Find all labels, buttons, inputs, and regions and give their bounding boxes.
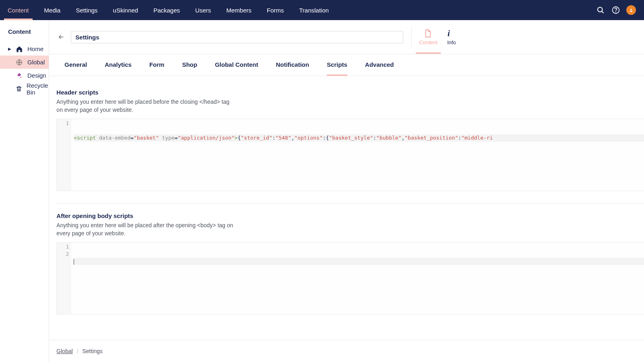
topnav-uskinned[interactable]: uSkinned	[105, 0, 146, 20]
topnav-translation[interactable]: Translation	[291, 0, 336, 20]
topnav-forms[interactable]: Forms	[259, 0, 292, 20]
home-icon	[16, 45, 23, 53]
header-scripts-editor[interactable]: 1 <script data-embed="basket" type="appl…	[56, 119, 644, 191]
property-tabs: General Analytics Form Shop Global Conte…	[49, 54, 644, 76]
user-avatar[interactable]	[626, 5, 636, 15]
code-content[interactable]	[71, 243, 644, 314]
palette-icon	[16, 72, 23, 79]
caret-icon[interactable]: ▶	[8, 47, 11, 51]
tree-label: Home	[27, 45, 43, 52]
help-icon[interactable]	[611, 5, 621, 15]
tab-analytics[interactable]: Analytics	[96, 54, 140, 76]
trash-icon	[16, 85, 22, 93]
line-gutter: 12	[57, 243, 71, 314]
topnav-content[interactable]: Content	[0, 0, 37, 20]
code-content[interactable]: <script data-embed="basket" type="applic…	[71, 119, 644, 191]
tab-general[interactable]: General	[56, 54, 96, 76]
top-navigation: Content Media Settings uSkinned Packages…	[0, 0, 644, 20]
content-area: Content i Info Actions General Analytics…	[49, 20, 644, 362]
back-button[interactable]	[56, 32, 66, 42]
topnav-packages[interactable]: Packages	[146, 0, 188, 20]
app-tab-label: Content	[419, 39, 438, 45]
tree-item-global[interactable]: ▶ Global	[0, 56, 49, 69]
tab-global-content[interactable]: Global Content	[206, 54, 267, 76]
field-description: Anything you enter here will be placed b…	[56, 98, 233, 114]
topnav-members[interactable]: Members	[219, 0, 259, 20]
field-description: Anything you enter here will be placed a…	[56, 222, 233, 237]
svg-point-0	[598, 7, 603, 12]
svg-point-3	[616, 12, 616, 12]
svg-point-4	[630, 9, 632, 10]
topnav-settings[interactable]: Settings	[68, 0, 105, 20]
tab-shop[interactable]: Shop	[173, 54, 206, 76]
sidebar: Content ▶ Home ▶ Global ▶	[0, 20, 49, 362]
breadcrumb: Global / Settings	[56, 348, 103, 354]
app-tab-label: Info	[447, 39, 456, 45]
app-tab-info[interactable]: i Info	[442, 26, 461, 48]
document-icon	[424, 29, 432, 38]
tree-item-home[interactable]: ▶ Home	[0, 42, 49, 56]
tree-label: Recycle Bin	[27, 82, 49, 96]
tree-item-recycle-bin[interactable]: ▶ Recycle Bin	[0, 82, 49, 95]
svg-point-6	[21, 76, 22, 78]
top-nav-tabs: Content Media Settings uSkinned Packages…	[0, 0, 596, 20]
topnav-users[interactable]: Users	[188, 0, 219, 20]
topnav-media[interactable]: Media	[37, 0, 68, 20]
line-gutter: 1	[57, 119, 71, 191]
breadcrumb-current: Settings	[83, 348, 103, 354]
topbar-right	[596, 0, 640, 20]
text-cursor	[74, 259, 74, 265]
body-scripts-editor[interactable]: 12	[56, 242, 644, 315]
field-label: Header scripts	[56, 89, 644, 96]
tab-scripts[interactable]: Scripts	[318, 54, 356, 76]
editor-body: Header scripts Anything you enter here w…	[49, 76, 644, 340]
breadcrumb-separator: /	[77, 348, 78, 354]
search-icon[interactable]	[596, 5, 605, 15]
tab-notification[interactable]: Notification	[267, 54, 318, 76]
info-icon: i	[448, 29, 456, 38]
field-body-scripts: After opening body scripts Anything you …	[56, 212, 644, 315]
sidebar-header: Content	[0, 20, 49, 42]
scripts-panel: Header scripts Anything you enter here w…	[56, 83, 644, 320]
content-header: Content i Info Actions	[49, 20, 644, 54]
svg-line-1	[602, 11, 603, 13]
breadcrumb-parent[interactable]: Global	[56, 348, 72, 354]
tree-item-design[interactable]: ▶ Design	[0, 69, 49, 82]
content-tree: ▶ Home ▶ Global ▶ Design	[0, 42, 49, 95]
tab-form[interactable]: Form	[140, 54, 173, 76]
app-tab-content[interactable]: Content	[414, 26, 442, 48]
globe-icon	[16, 59, 23, 66]
tree-label: Global	[27, 59, 45, 66]
node-name-input[interactable]	[71, 31, 403, 43]
tab-advanced[interactable]: Advanced	[356, 54, 403, 76]
field-header-scripts: Header scripts Anything you enter here w…	[56, 89, 644, 204]
field-label: After opening body scripts	[56, 212, 644, 219]
editor-footer: Global / Settings Save Save and publish …	[49, 340, 644, 362]
tree-label: Design	[27, 72, 46, 79]
app-tabs: Content i Info	[411, 26, 460, 48]
